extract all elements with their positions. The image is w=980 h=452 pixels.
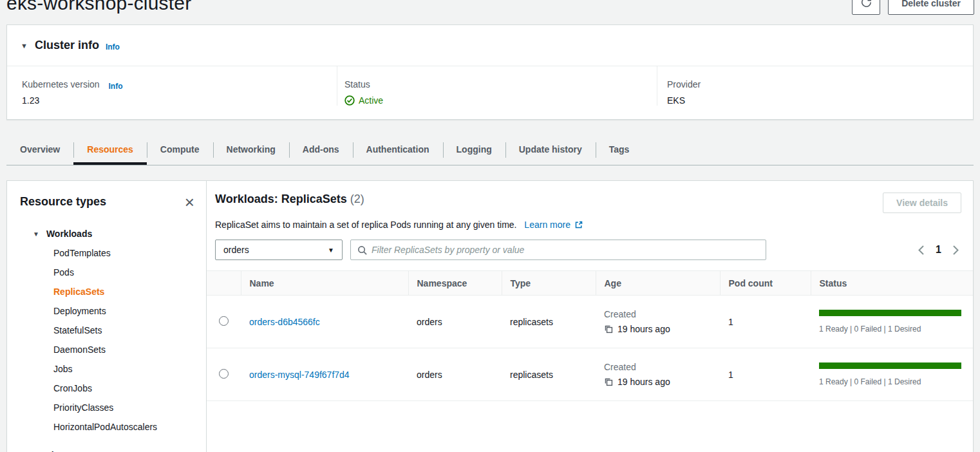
search-box <box>350 240 766 260</box>
table-heading: Workloads: ReplicaSets (2) <box>215 193 364 206</box>
cluster-info-info-link[interactable]: Info <box>106 42 120 52</box>
replicasets-main: Workloads: ReplicaSets (2) View details … <box>207 181 973 452</box>
tab-tags[interactable]: Tags <box>596 135 643 165</box>
refresh-icon <box>860 0 872 10</box>
column-header-name[interactable]: Name <box>241 271 408 296</box>
status-progress-bar <box>819 310 961 316</box>
cluster-info-panel: ▼ Cluster info Info Kubernetes version I… <box>6 24 974 120</box>
replicaset-name-link[interactable]: orders-d6b4566fc <box>249 317 320 327</box>
status-text: 1 Ready | 0 Failed | 1 Desired <box>819 377 961 386</box>
kubernetes-version-label: Kubernetes version Info <box>22 79 337 89</box>
next-page-icon[interactable] <box>952 245 959 256</box>
status-label: Status <box>344 79 657 89</box>
sidebar-item-deployments[interactable]: Deployments <box>20 301 194 321</box>
table-description: ReplicaSet aims to maintain a set of rep… <box>215 220 961 231</box>
view-details-button[interactable]: View details <box>883 193 961 213</box>
filter-row: orders ▼ 1 <box>215 240 961 260</box>
column-header-status[interactable]: Status <box>811 271 973 296</box>
sidebar-item-podtemplates[interactable]: PodTemplates <box>20 243 194 263</box>
previous-page-icon[interactable] <box>918 245 925 256</box>
sidebar-item-pods[interactable]: Pods <box>20 263 194 282</box>
tab-resources[interactable]: Resources <box>73 135 147 165</box>
tab-compute[interactable]: Compute <box>147 135 213 165</box>
tab-logging[interactable]: Logging <box>443 135 505 165</box>
kubernetes-version-field: Kubernetes version Info 1.23 <box>7 66 337 106</box>
current-page[interactable]: 1 <box>936 244 941 256</box>
kubernetes-version-info-link[interactable]: Info <box>109 82 123 91</box>
tree-group-label: Workloads <box>46 229 92 239</box>
column-header-namespace[interactable]: Namespace <box>408 271 502 296</box>
age-value: 19 hours ago <box>617 324 670 334</box>
tab-add-ons[interactable]: Add-ons <box>289 135 353 165</box>
namespace-filter-dropdown[interactable]: orders ▼ <box>215 240 343 260</box>
search-input[interactable] <box>372 245 759 255</box>
collapse-triangle-icon: ▼ <box>33 231 39 238</box>
sidebar-item-jobs[interactable]: Jobs <box>20 359 194 379</box>
sidebar-item-priorityclasses[interactable]: PriorityClasses <box>20 398 194 417</box>
sidebar-item-horizontalpodautoscalers[interactable]: HorizontalPodAutoscalers <box>20 417 194 437</box>
status-progress-bar <box>819 363 961 369</box>
sidebar-item-daemonsets[interactable]: DaemonSets <box>20 340 194 359</box>
cluster-info-header[interactable]: ▼ Cluster info Info <box>7 25 973 66</box>
replicasets-table: Name Namespace Type Age Pod count Status… <box>207 270 973 401</box>
cluster-info-body: Kubernetes version Info 1.23 Status Acti… <box>7 66 973 106</box>
dropdown-arrow-icon: ▼ <box>328 247 334 254</box>
copy-icon[interactable] <box>604 377 613 386</box>
cell-status: 1 Ready | 0 Failed | 1 Desired <box>811 348 973 401</box>
tab-networking[interactable]: Networking <box>213 135 289 165</box>
cell-status: 1 Ready | 0 Failed | 1 Desired <box>811 296 973 348</box>
select-column-header <box>207 271 241 296</box>
table-row: orders-mysql-749f67f7d4 orders replicase… <box>207 348 973 401</box>
sidebar-title: Resource types <box>20 195 106 209</box>
cell-namespace: orders <box>408 296 502 348</box>
result-count: (2) <box>350 193 364 205</box>
external-link-icon <box>575 220 583 231</box>
collapse-triangle-icon[interactable]: ▼ <box>21 42 28 50</box>
sidebar-item-statefulsets[interactable]: StatefulSets <box>20 321 194 340</box>
cell-type: replicasets <box>502 296 596 348</box>
delete-cluster-button[interactable]: Delete cluster <box>888 0 974 15</box>
dropdown-value: orders <box>223 245 249 255</box>
column-header-pod-count[interactable]: Pod count <box>720 271 811 296</box>
cell-pod-count: 1 <box>720 348 811 401</box>
row-radio-button[interactable] <box>219 369 229 379</box>
tree-group-cluster[interactable]: ▶ Cluster <box>20 446 194 452</box>
table-header-row: Name Namespace Type Age Pod count Status <box>207 271 973 296</box>
sidebar-item-cronjobs[interactable]: CronJobs <box>20 379 194 398</box>
table-row: orders-d6b4566fc orders replicasets Crea… <box>207 296 973 348</box>
status-field: Status Active <box>337 66 657 106</box>
sidebar-item-replicasets[interactable]: ReplicaSets <box>20 282 194 301</box>
column-header-age[interactable]: Age <box>596 271 720 296</box>
refresh-button[interactable] <box>852 0 880 15</box>
tab-authentication[interactable]: Authentication <box>353 135 443 165</box>
column-header-type[interactable]: Type <box>502 271 596 296</box>
age-value: 19 hours ago <box>617 377 670 387</box>
header-actions: Delete cluster <box>852 0 974 15</box>
tab-update-history[interactable]: Update history <box>505 135 596 165</box>
pagination: 1 <box>918 244 961 256</box>
provider-value: EKS <box>667 95 973 106</box>
status-text: 1 Ready | 0 Failed | 1 Desired <box>819 325 961 334</box>
eks-console-page: eks-workshop-cluster Delete cluster ▼ Cl… <box>0 0 980 452</box>
cell-namespace: orders <box>408 348 502 401</box>
check-circle-icon <box>344 95 355 106</box>
cell-age: Created 19 hours ago <box>596 348 720 401</box>
cell-type: replicasets <box>502 348 596 401</box>
cluster-info-title: Cluster info <box>35 39 99 52</box>
resources-panel: Resource types × ▼ Workloads PodTemplate… <box>6 180 974 452</box>
learn-more-link[interactable]: Learn more <box>524 220 582 230</box>
search-icon <box>357 245 367 255</box>
row-radio-button[interactable] <box>219 316 229 326</box>
cell-age: Created 19 hours ago <box>596 296 720 348</box>
tree-group-workloads[interactable]: ▼ Workloads <box>20 224 194 243</box>
close-icon[interactable]: × <box>185 196 194 209</box>
provider-field: Provider EKS <box>657 66 973 106</box>
replicaset-name-link[interactable]: orders-mysql-749f67f7d4 <box>249 370 350 380</box>
provider-label: Provider <box>667 79 973 89</box>
page-title: eks-workshop-cluster <box>6 0 191 14</box>
status-value: Active <box>344 95 657 106</box>
copy-icon[interactable] <box>604 325 613 334</box>
resource-tree: ▼ Workloads PodTemplates Pods ReplicaSet… <box>20 224 194 452</box>
tab-overview[interactable]: Overview <box>6 135 73 165</box>
cluster-tabs: Overview Resources Compute Networking Ad… <box>6 135 974 165</box>
